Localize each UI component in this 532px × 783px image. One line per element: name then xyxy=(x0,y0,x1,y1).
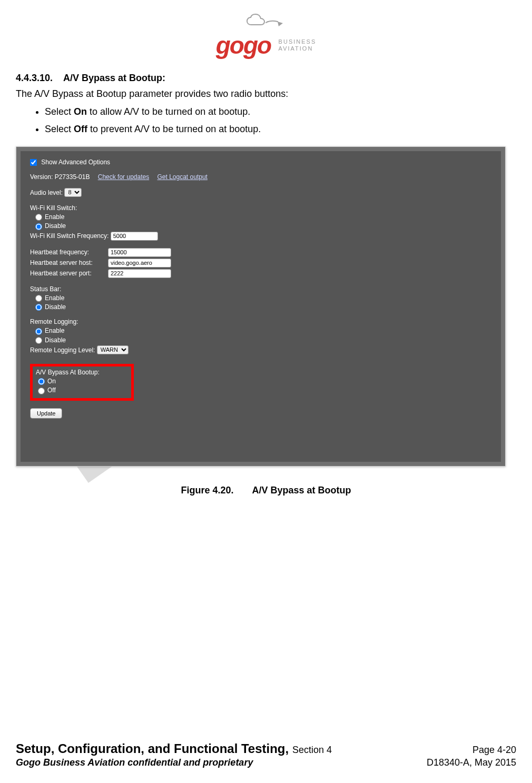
logo-text: gogo xyxy=(216,31,271,60)
avbypass-on[interactable]: On xyxy=(38,378,100,385)
avbypass-label: A/V Bypass At Bootup: xyxy=(36,369,100,376)
remotelog-disable[interactable]: Disable xyxy=(35,336,491,344)
remotelog-enable[interactable]: Enable xyxy=(35,327,491,334)
remotelog-level-select[interactable]: WARN xyxy=(97,345,129,354)
remotelog-level-label: Remote Logging Level: xyxy=(30,346,95,353)
footer-confidential: Gogo Business Aviation confidential and … xyxy=(16,757,253,768)
hb-port-label: Heartbeat server port: xyxy=(30,270,108,277)
hb-host-input[interactable] xyxy=(108,259,171,267)
statusbar-label: Status Bar: xyxy=(30,285,491,293)
hb-freq-label: Heartbeat frequency: xyxy=(30,249,108,256)
list-item: Select On to allow A/V to be turned on a… xyxy=(45,104,516,120)
audio-level-label: Audio level: xyxy=(30,189,63,196)
figure-caption: Figure 4.20.A/V Bypass at Bootup xyxy=(16,485,516,496)
statusbar-disable[interactable]: Disable xyxy=(35,303,491,311)
wifi-freq-label: Wi-Fi Kill Switch Frequency: xyxy=(30,232,109,239)
check-updates-link[interactable]: Check for updates xyxy=(98,173,149,181)
footer-page: Page 4-20 xyxy=(472,745,516,756)
wifi-freq-input[interactable] xyxy=(111,232,158,241)
cloud-arrow-icon xyxy=(245,13,287,30)
wifi-kill-disable[interactable]: Disable xyxy=(35,222,491,230)
remotelog-label: Remote Logging: xyxy=(30,318,491,325)
logo-block: gogo BUSINESSAVIATION xyxy=(16,13,516,60)
get-logcat-link[interactable]: Get Logcat output xyxy=(157,173,208,181)
page-footer: Setup, Configuration, and Functional Tes… xyxy=(16,741,516,768)
av-bypass-highlight: A/V Bypass At Bootup: On Off xyxy=(30,364,134,401)
list-item: Select Off to prevent A/V to be turned o… xyxy=(45,122,516,137)
footer-docid: D18340-A, May 2015 xyxy=(427,757,516,768)
audio-level-select[interactable]: 8 xyxy=(64,188,82,197)
section-heading: 4.4.3.10.A/V Bypass at Bootup: xyxy=(16,73,516,84)
bullet-list: Select On to allow A/V to be turned on a… xyxy=(45,104,516,137)
hb-host-label: Heartbeat server host: xyxy=(30,259,108,266)
show-advanced-label: Show Advanced Options xyxy=(41,158,110,166)
settings-panel: Show Advanced Options Version: P27335-01… xyxy=(21,151,501,462)
version-label: Version: P27335-01B xyxy=(30,173,90,181)
hb-port-input[interactable] xyxy=(108,269,171,278)
show-advanced-checkbox[interactable] xyxy=(30,159,37,166)
hb-freq-input[interactable] xyxy=(108,248,171,257)
section-intro: The A/V Bypass at Bootup parameter provi… xyxy=(16,87,516,101)
logo-subtext: BUSINESSAVIATION xyxy=(279,38,317,52)
wifi-kill-label: Wi-Fi Kill Switch: xyxy=(30,204,491,212)
wifi-kill-enable[interactable]: Enable xyxy=(35,213,491,221)
statusbar-enable[interactable]: Enable xyxy=(35,294,491,302)
footer-title: Setup, Configuration, and Functional Tes… xyxy=(16,741,332,756)
avbypass-off[interactable]: Off xyxy=(38,386,100,394)
advanced-options-row: Show Advanced Options xyxy=(30,158,491,166)
screenshot-frame: Show Advanced Options Version: P27335-01… xyxy=(16,146,506,467)
update-button[interactable]: Update xyxy=(30,408,62,419)
